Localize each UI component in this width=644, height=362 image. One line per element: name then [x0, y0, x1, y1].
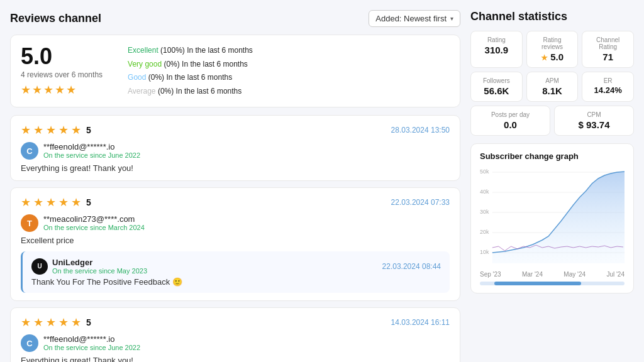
x-label-mar24: Mar '24: [522, 271, 543, 278]
stat-ppd-value: 0.0: [477, 119, 543, 130]
summary-left: 5.0 4 reviews over 6 months ★ ★ ★ ★ ★: [21, 44, 103, 97]
r3-meta: **ffeenold@******.io On the service sinc…: [43, 334, 140, 351]
review-top-2: ★ ★ ★ ★ ★ 5 22.03.2024 07:33: [21, 195, 450, 209]
star-4: ★: [55, 83, 65, 97]
r2-star3: ★: [46, 195, 56, 209]
reviewer-info-1: C **ffeenold@******.io On the service si…: [21, 142, 450, 160]
star-3: ★: [43, 83, 53, 97]
stat-channel-rating-label: Channel Rating: [589, 36, 627, 50]
r3-date: 14.03.2024 16:11: [391, 318, 450, 327]
big-score: 5.0: [21, 44, 52, 69]
reviewer-info-3: C **ffeenold@******.io On the service si…: [21, 334, 450, 352]
reviewer-info-2: T **meacolin273@****.com On the service …: [21, 214, 450, 232]
star-5: ★: [66, 83, 76, 97]
brand-since-2: On the service since May 2023: [52, 267, 147, 275]
scroll-thumb: [494, 282, 581, 285]
stats-row-3: Posts per day 0.0 CPM $ 93.74: [470, 106, 634, 136]
stat-apm-value: 8.1K: [533, 85, 572, 96]
stat-posts-per-day: Posts per day 0.0: [470, 106, 550, 136]
r2-text: Excellent price: [21, 236, 450, 245]
stat-er-value: 14.24%: [589, 85, 627, 95]
r3-text: Everything is great! Thank you!: [21, 356, 450, 362]
stat-rating-label: Rating: [477, 36, 516, 43]
review-stars-1: ★ ★ ★ ★ ★ 5: [21, 123, 91, 137]
r2-score: 5: [86, 197, 91, 207]
review-stars-2: ★ ★ ★ ★ ★ 5: [21, 195, 91, 209]
r2-date: 22.03.2024 07:33: [391, 198, 450, 207]
scroll-track: [480, 282, 625, 285]
average-label: Average: [128, 87, 155, 96]
review-card-1: ★ ★ ★ ★ ★ 5 28.03.2024 13:50 C **ffeenol…: [10, 115, 460, 181]
stats-row-1: Rating 310.9 Rating reviews ★ 5.0 Channe…: [470, 31, 634, 68]
rating-star-icon: ★: [541, 53, 548, 62]
stat-followers: Followers 56.6K: [470, 72, 523, 102]
r3-star5: ★: [71, 315, 81, 329]
r1-star1: ★: [21, 123, 31, 137]
stat-good: Good (0%) In the last 6 months: [128, 71, 450, 85]
x-label-may24: May '24: [564, 271, 586, 278]
reviews-count: 4 reviews over 6 months: [21, 70, 103, 79]
stat-followers-label: Followers: [477, 77, 516, 84]
r1-star5: ★: [71, 123, 81, 137]
r1-username: **ffeenold@******.io: [43, 142, 140, 151]
r1-star2: ★: [33, 123, 43, 137]
r3-star4: ★: [58, 315, 69, 329]
reply-brand-2: U UniLedger On the service since May 202…: [31, 258, 147, 275]
excellent-pct: (100%) In the last 6 months: [160, 46, 253, 55]
r1-text: Everything is great! Thank you!: [21, 163, 450, 173]
subscriber-graph: 50k 40k 30k 20k 10k: [480, 166, 625, 266]
summary-stars: ★ ★ ★ ★ ★: [21, 83, 76, 97]
r2-meta: **meacolin273@****.com On the service si…: [43, 214, 145, 231]
reply-card-2: U UniLedger On the service since May 202…: [21, 251, 450, 293]
r1-avatar: C: [21, 142, 38, 160]
review-card-2: ★ ★ ★ ★ ★ 5 22.03.2024 07:33 T **meacoli…: [10, 187, 460, 301]
average-pct: (0%) In the last 6 months: [158, 87, 242, 96]
svg-text:10k: 10k: [480, 249, 489, 255]
excellent-label: Excellent: [128, 46, 158, 55]
summary-right: Excellent (100%) In the last 6 months Ve…: [128, 44, 450, 98]
reply-text-2: Thank You For The Positive Feedback 🙂: [31, 277, 441, 287]
stat-followers-value: 56.6K: [477, 85, 516, 96]
stat-rating-value: 310.9: [477, 45, 516, 55]
r2-star1: ★: [21, 195, 31, 209]
star-1: ★: [21, 83, 31, 97]
right-panel: Channel statistics Rating 310.9 Rating r…: [470, 10, 634, 362]
svg-text:40k: 40k: [480, 189, 489, 195]
sort-dropdown[interactable]: Added: Newest first ▾: [369, 10, 460, 27]
graph-title: Subscriber change graph: [480, 151, 625, 161]
r3-score: 5: [86, 317, 91, 327]
stat-channel-rating-value: 71: [589, 52, 627, 62]
stat-er: ER 14.24%: [582, 72, 634, 102]
stat-rating-reviews-value: ★ 5.0: [533, 52, 572, 62]
reply-header-2: U UniLedger On the service since May 202…: [31, 258, 441, 275]
r1-star4: ★: [58, 123, 69, 137]
stat-apm: APM 8.1K: [526, 72, 579, 102]
r1-score: 5: [86, 125, 91, 135]
r3-avatar: C: [21, 334, 38, 352]
stat-excellent: Excellent (100%) In the last 6 months: [128, 44, 450, 58]
stat-channel-rating: Channel Rating 71: [582, 31, 634, 68]
reviews-header: Reviews channel Added: Newest first ▾: [10, 10, 460, 27]
graph-x-labels: Sep '23 Mar '24 May '24 Jul '24: [480, 271, 625, 278]
star-2: ★: [32, 83, 42, 97]
r3-since: On the service since June 2022: [43, 344, 140, 351]
review-top-1: ★ ★ ★ ★ ★ 5 28.03.2024 13:50: [21, 123, 450, 137]
r2-avatar: T: [21, 214, 38, 232]
r3-star1: ★: [21, 315, 31, 329]
x-label-sep23: Sep '23: [480, 271, 501, 278]
very-good-label: Very good: [128, 60, 162, 69]
r3-star3: ★: [46, 315, 56, 329]
x-label-jul24: Jul '24: [606, 271, 625, 278]
stat-rating-reviews: Rating reviews ★ 5.0: [526, 31, 579, 68]
stat-cpm-value: $ 93.74: [561, 119, 627, 130]
svg-text:50k: 50k: [480, 168, 489, 175]
stats-row-2: Followers 56.6K APM 8.1K ER 14.24%: [470, 72, 634, 102]
svg-text:30k: 30k: [480, 209, 489, 215]
stat-apm-label: APM: [533, 77, 572, 84]
stat-rating-reviews-label: Rating reviews: [533, 36, 572, 50]
r1-date: 28.03.2024 13:50: [391, 126, 450, 134]
graph-scrollbar[interactable]: [480, 282, 625, 285]
summary-card: 5.0 4 reviews over 6 months ★ ★ ★ ★ ★ Ex…: [10, 35, 460, 107]
r1-star3: ★: [46, 123, 56, 137]
stat-cpm-label: CPM: [561, 111, 627, 118]
